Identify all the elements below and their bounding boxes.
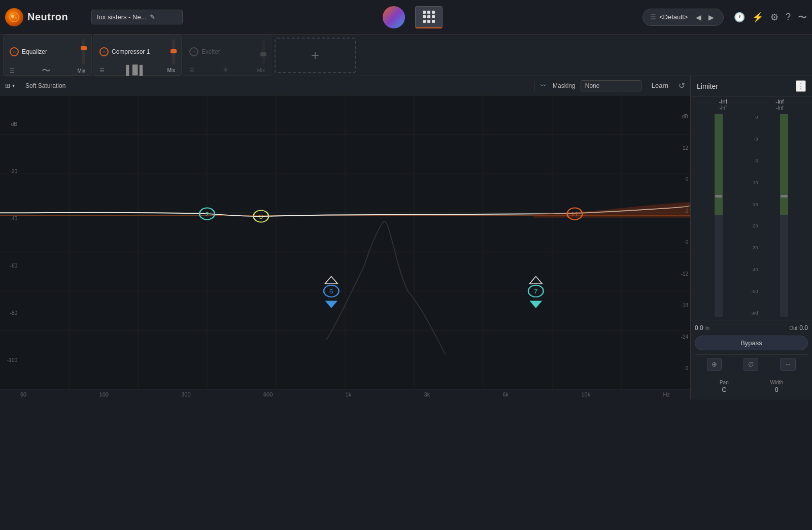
modules-button[interactable] bbox=[415, 6, 443, 28]
scale-neginf: -Inf bbox=[745, 311, 758, 316]
preset-list-icon: ☰ bbox=[650, 13, 656, 21]
compressor-menu-icon[interactable]: ☰ bbox=[99, 67, 105, 74]
exciter-module: ○ Exciter ☰ ✦ Mix ✕ ••• bbox=[183, 35, 272, 76]
grid-icon bbox=[423, 11, 435, 23]
hz-10k: 10k bbox=[581, 391, 590, 397]
scale-neg50: -50 bbox=[745, 289, 758, 294]
left-meter-top-val: -Inf bbox=[719, 98, 727, 105]
hz-6k: 6k bbox=[502, 391, 509, 397]
link-button[interactable]: ⊕ bbox=[707, 358, 722, 371]
scale-neg10: -10 bbox=[745, 180, 758, 185]
left-meter-thumb[interactable] bbox=[715, 195, 722, 197]
db-label-neg40: -40 bbox=[2, 216, 17, 221]
in-value: 0.0 bbox=[695, 324, 703, 332]
exciter-power-button[interactable]: ○ bbox=[189, 47, 198, 56]
equalizer-fader[interactable] bbox=[82, 39, 85, 64]
width-col: Width 0 bbox=[770, 380, 784, 393]
midi-button[interactable]: 〜 bbox=[798, 11, 807, 23]
add-module-button[interactable]: + bbox=[275, 38, 356, 73]
compressor-name: Compressor 1 bbox=[112, 48, 167, 55]
svg-text:5: 5 bbox=[329, 289, 333, 295]
db-labels-left: dB -20 -40 -60 -80 -100 bbox=[2, 95, 17, 389]
node-7-down-arrow[interactable] bbox=[529, 301, 542, 308]
db-right-neg12: -12 bbox=[673, 271, 688, 277]
exciter-menu-icon[interactable]: ☰ bbox=[189, 67, 194, 74]
db-right-neg18: -18 bbox=[673, 303, 688, 308]
left-meter-bar-container bbox=[715, 114, 723, 317]
node-5-down-arrow[interactable] bbox=[325, 301, 337, 308]
svg-point-0 bbox=[10, 13, 19, 22]
app-title: Neutron bbox=[27, 11, 68, 23]
db-right-neg6: -6 bbox=[673, 240, 688, 245]
toolbar-sep-1 bbox=[20, 81, 20, 91]
equalizer-power-button[interactable]: ○ bbox=[10, 47, 19, 56]
svg-text:2: 2 bbox=[205, 211, 209, 217]
db-labels-right: dB 12 6 0 -6 -12 -18 -24 0 bbox=[673, 95, 688, 389]
db-right-header: dB bbox=[673, 114, 688, 119]
neutron-logo-icon bbox=[5, 8, 23, 26]
header: Neutron fox sisters - Ne... ✎ ☰ <Default… bbox=[0, 0, 812, 35]
db-label-top: dB bbox=[2, 121, 17, 127]
lr-button[interactable]: ↔ bbox=[780, 358, 796, 371]
limiter-bottom: 0.0 In Out 0.0 Bypass ⊕ ∅ ↔ Pan C bbox=[691, 320, 812, 400]
left-meter-top-sub: -Inf bbox=[720, 105, 727, 111]
pan-label: Pan bbox=[720, 380, 729, 385]
limiter-header: Limiter ⋮ bbox=[691, 76, 812, 96]
eq-canvas: 2 3 11 5 7 dB -20 bbox=[0, 95, 690, 389]
right-meter-top-sub: -Inf bbox=[776, 105, 783, 111]
svg-text:7: 7 bbox=[534, 289, 538, 295]
preset-area[interactable]: ☰ <Default> ◀ ▶ bbox=[642, 9, 724, 26]
compressor-power-button[interactable]: ○ bbox=[99, 47, 109, 56]
preset-name: <Default> bbox=[659, 13, 691, 21]
preset-prev-button[interactable]: ◀ bbox=[694, 12, 703, 22]
equalizer-name: Equalizer bbox=[22, 48, 77, 55]
pan-width-values-row: Pan C Width 0 bbox=[695, 378, 808, 395]
columns-down-icon: ▾ bbox=[12, 83, 15, 88]
visualizer-button[interactable] bbox=[383, 6, 405, 28]
limiter-title: Limiter bbox=[697, 82, 718, 90]
exciter-name: Exciter bbox=[201, 48, 257, 55]
mode-columns-button[interactable]: ⊞ ▾ bbox=[5, 82, 15, 89]
bypass-button[interactable]: Bypass bbox=[695, 336, 808, 350]
right-meter-col bbox=[760, 114, 808, 317]
preset-next-button[interactable]: ▶ bbox=[706, 12, 716, 22]
exciter-fader[interactable] bbox=[262, 39, 265, 64]
scale-neg6: -6 bbox=[745, 158, 758, 163]
meters-area: 0 -3 -6 -10 -15 -20 -30 -40 -50 -Inf bbox=[691, 111, 812, 320]
settings-button[interactable]: ⚙ bbox=[770, 12, 779, 23]
node-7-up-arrow bbox=[529, 276, 542, 283]
db-label-neg20: -20 bbox=[2, 169, 17, 174]
right-meter-thumb[interactable] bbox=[781, 195, 788, 197]
svg-point-2 bbox=[15, 17, 17, 19]
scale-neg40: -40 bbox=[745, 267, 758, 272]
reset-button[interactable]: ↺ bbox=[679, 81, 685, 90]
phase-button[interactable]: ∅ bbox=[743, 358, 758, 371]
header-center bbox=[188, 6, 637, 28]
eq-svg: 2 3 11 5 7 bbox=[0, 95, 690, 389]
pan-col: Pan C bbox=[720, 380, 729, 393]
auto-button[interactable]: ⚡ bbox=[752, 12, 763, 23]
hz-3k: 3k bbox=[424, 391, 430, 397]
hz-label: Hz bbox=[663, 391, 669, 397]
equalizer-menu-icon[interactable]: ☰ bbox=[10, 68, 15, 74]
scale-neg20: -20 bbox=[745, 223, 758, 228]
pan-value: C bbox=[722, 386, 726, 393]
masking-select[interactable]: None Track A Track B bbox=[581, 80, 641, 91]
track-name-box[interactable]: fox sisters - Ne... ✎ bbox=[91, 10, 183, 24]
equalizer-waveform-icon: 〜 bbox=[18, 64, 74, 77]
limiter-panel: Limiter ⋮ -Inf -Inf -Inf -Inf bbox=[690, 76, 812, 400]
toolbar-sep-2 bbox=[534, 81, 535, 91]
out-value: 0.0 bbox=[799, 324, 808, 332]
svg-point-1 bbox=[11, 15, 14, 18]
compressor-fader[interactable] bbox=[172, 39, 175, 64]
node-5-up-arrow bbox=[325, 276, 337, 283]
meter-top-values: -Inf -Inf -Inf -Inf bbox=[691, 96, 812, 111]
limiter-menu-button[interactable]: ⋮ bbox=[796, 80, 806, 92]
edit-icon: ✎ bbox=[150, 13, 155, 21]
learn-button[interactable]: Learn bbox=[647, 80, 673, 91]
history-button[interactable]: 🕐 bbox=[734, 12, 745, 23]
left-meter-fill bbox=[715, 114, 723, 215]
db-right-0b: 0 bbox=[673, 366, 688, 371]
compressor-waveform-icon: ▌▊▌ bbox=[108, 64, 164, 76]
help-button[interactable]: ? bbox=[786, 12, 791, 22]
